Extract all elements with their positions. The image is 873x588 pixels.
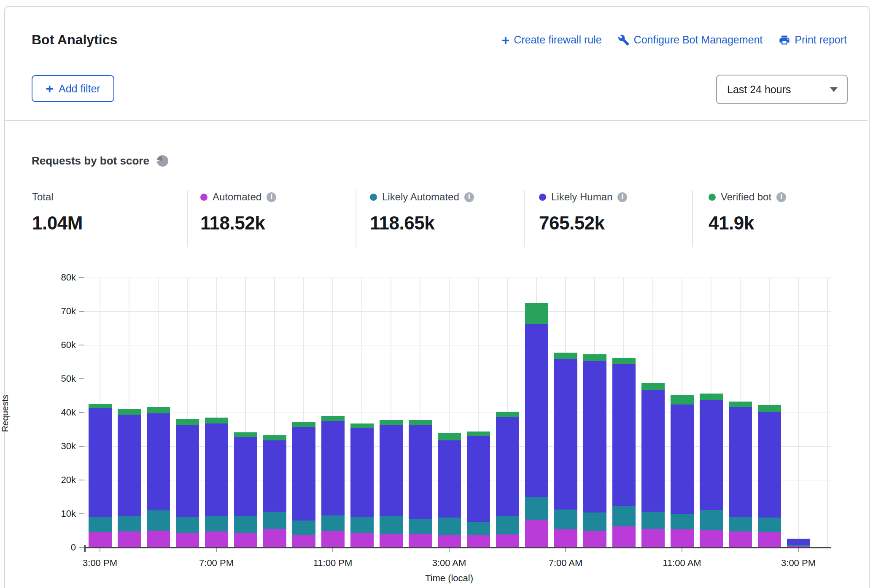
bar-segment-likely-human-100AM[interactable] (380, 425, 403, 516)
bar-segment-verified-bot-500PM[interactable] (147, 407, 170, 413)
bar-segment-likely-automated-1000PM[interactable] (292, 521, 315, 535)
bar-segment-likely-automated-600PM[interactable] (176, 517, 199, 533)
bar-segment-automated-900PM[interactable] (263, 529, 286, 548)
bar-segment-likely-human-700PM[interactable] (205, 423, 228, 516)
bar-segment-automated-800PM[interactable] (234, 533, 257, 548)
bar-segment-automated-1000PM[interactable] (292, 535, 315, 548)
bar-segment-verified-bot-500AM[interactable] (496, 412, 519, 417)
bar-segment-likely-automated-100PM[interactable] (729, 517, 752, 531)
bar-segment-automated-1200AM[interactable] (350, 533, 374, 548)
bar-segment-likely-automated-100AM[interactable] (380, 516, 403, 534)
bar-segment-likely-human-1200PM[interactable] (700, 400, 723, 510)
bar-segment-automated-300AM[interactable] (438, 535, 461, 548)
info-icon[interactable]: i (267, 192, 276, 202)
bar-segment-likely-automated-200AM[interactable] (409, 519, 432, 534)
bar-segment-likely-automated-500PM[interactable] (147, 510, 170, 531)
bar-segment-likely-human-1100PM[interactable] (321, 421, 345, 515)
bar-segment-automated-200PM[interactable] (758, 532, 781, 548)
bar-segment-likely-human-300PM[interactable] (787, 539, 810, 545)
bar-segment-automated-1100PM[interactable] (321, 531, 345, 548)
info-icon[interactable]: i (776, 192, 786, 202)
bar-segment-verified-bot-600AM[interactable] (525, 303, 548, 324)
create-firewall-rule-link[interactable]: + Create firewall rule (501, 34, 601, 46)
print-report-link[interactable]: Print report (779, 34, 847, 46)
bar-segment-verified-bot-900PM[interactable] (263, 435, 286, 440)
bar-segment-likely-automated-800PM[interactable] (234, 516, 257, 533)
bar-segment-likely-human-600AM[interactable] (525, 324, 548, 497)
bar-segment-automated-300PM[interactable] (89, 532, 112, 548)
bar-segment-automated-500AM[interactable] (496, 534, 519, 548)
bar-segment-automated-700AM[interactable] (554, 529, 577, 548)
bar-segment-automated-1200PM[interactable] (700, 530, 723, 548)
bar-segment-verified-bot-800AM[interactable] (583, 354, 606, 361)
bar-segment-likely-automated-400PM[interactable] (118, 516, 141, 532)
bar-segment-likely-automated-300PM[interactable] (787, 545, 810, 546)
bar-segment-likely-human-900AM[interactable] (612, 364, 636, 507)
bar-segment-likely-human-300AM[interactable] (438, 440, 461, 518)
info-icon[interactable]: i (464, 192, 474, 202)
bar-segment-automated-500PM[interactable] (147, 531, 170, 548)
bar-segment-automated-800AM[interactable] (583, 531, 606, 548)
bar-segment-likely-human-200PM[interactable] (758, 412, 781, 517)
bar-segment-likely-automated-1200AM[interactable] (350, 517, 374, 533)
bar-segment-likely-human-600PM[interactable] (176, 425, 199, 517)
bar-segment-verified-bot-100PM[interactable] (729, 402, 752, 407)
bar-segment-likely-human-1100AM[interactable] (671, 405, 694, 514)
bar-segment-likely-human-400PM[interactable] (118, 415, 141, 516)
bar-segment-verified-bot-1200AM[interactable] (350, 423, 374, 428)
bar-segment-verified-bot-600PM[interactable] (176, 419, 199, 425)
bar-segment-likely-human-700AM[interactable] (554, 359, 577, 510)
bar-segment-verified-bot-1000AM[interactable] (641, 383, 665, 390)
bar-segment-likely-human-1200AM[interactable] (350, 428, 374, 517)
info-icon[interactable]: i (617, 192, 627, 202)
bar-segment-likely-automated-700PM[interactable] (205, 516, 228, 532)
bar-segment-likely-human-800AM[interactable] (583, 361, 606, 512)
bar-segment-automated-400PM[interactable] (118, 531, 141, 548)
bar-segment-verified-bot-700AM[interactable] (554, 353, 577, 359)
bar-segment-likely-human-100PM[interactable] (729, 407, 752, 517)
bar-segment-verified-bot-300AM[interactable] (438, 433, 461, 440)
bar-segment-likely-human-300PM[interactable] (89, 408, 112, 517)
bar-segment-likely-human-500AM[interactable] (496, 417, 519, 517)
bar-segment-verified-bot-400PM[interactable] (118, 409, 141, 415)
bar-segment-likely-automated-500AM[interactable] (496, 516, 519, 534)
bar-segment-automated-600AM[interactable] (525, 520, 548, 548)
bar-segment-likely-automated-400AM[interactable] (467, 522, 490, 535)
bar-segment-verified-bot-900AM[interactable] (612, 358, 636, 364)
bar-segment-likely-automated-800AM[interactable] (583, 512, 606, 531)
bar-segment-verified-bot-300PM[interactable] (787, 539, 810, 539)
add-filter-button[interactable]: + Add filter (32, 75, 114, 102)
bar-segment-automated-100AM[interactable] (380, 534, 403, 548)
bar-segment-verified-bot-1100AM[interactable] (671, 395, 694, 405)
bar-segment-automated-600PM[interactable] (176, 533, 199, 548)
bar-segment-verified-bot-200PM[interactable] (758, 405, 781, 412)
bar-segment-likely-automated-300AM[interactable] (438, 518, 461, 535)
bar-segment-automated-900AM[interactable] (612, 526, 636, 548)
bar-segment-verified-bot-100AM[interactable] (380, 420, 403, 425)
bar-segment-likely-human-500PM[interactable] (147, 413, 170, 510)
bar-segment-likely-automated-1000AM[interactable] (641, 512, 665, 529)
bar-segment-automated-700PM[interactable] (205, 531, 228, 548)
bar-segment-likely-automated-1100PM[interactable] (321, 515, 345, 531)
bar-segment-likely-human-1000PM[interactable] (292, 427, 315, 521)
bar-segment-verified-bot-200AM[interactable] (409, 420, 432, 425)
bar-segment-likely-automated-1200PM[interactable] (700, 510, 723, 530)
bar-segment-automated-200AM[interactable] (409, 534, 432, 548)
bar-segment-verified-bot-400AM[interactable] (467, 432, 490, 436)
configure-bot-management-link[interactable]: Configure Bot Management (618, 34, 763, 46)
bar-segment-automated-400AM[interactable] (467, 535, 490, 548)
bar-segment-automated-100PM[interactable] (729, 531, 752, 548)
bar-segment-likely-automated-900AM[interactable] (612, 506, 636, 526)
bar-segment-likely-human-900PM[interactable] (263, 440, 286, 512)
bar-segment-likely-automated-600AM[interactable] (525, 497, 548, 520)
bar-segment-likely-automated-1100AM[interactable] (671, 514, 694, 529)
bar-segment-likely-human-400AM[interactable] (467, 436, 490, 522)
bar-segment-verified-bot-1000PM[interactable] (292, 422, 315, 427)
bar-segment-likely-human-800PM[interactable] (234, 437, 257, 517)
bar-segment-verified-bot-800PM[interactable] (234, 432, 257, 437)
bar-segment-likely-automated-300PM[interactable] (89, 517, 112, 532)
bar-segment-likely-automated-200PM[interactable] (758, 518, 781, 532)
bar-segment-likely-human-200AM[interactable] (409, 425, 432, 519)
bar-segment-verified-bot-300PM[interactable] (89, 404, 112, 408)
bar-segment-verified-bot-700PM[interactable] (205, 418, 228, 423)
